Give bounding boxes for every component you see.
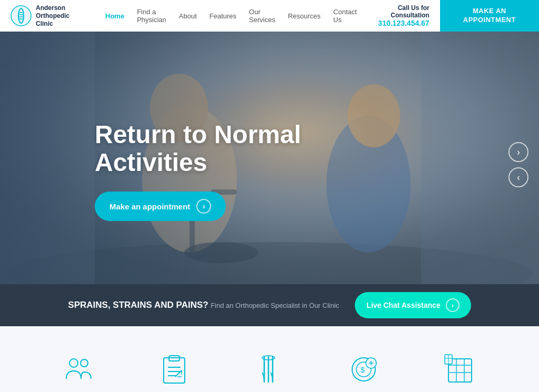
header-cta: Call Us for Consultation 310.123.454.67 … [357, 0, 539, 32]
banner-text-group: SPRAINS, STRAINS AND PAINS? Find an Orth… [68, 300, 339, 310]
nav-physician[interactable]: Find a Physician [137, 8, 166, 24]
banner-section: SPRAINS, STRAINS AND PAINS? Find an Orth… [0, 284, 539, 326]
nav-home[interactable]: Home [105, 12, 124, 20]
live-chat-label: Live Chat Assistance [366, 301, 440, 309]
main-nav: Home Find a Physician About Features Our… [95, 8, 357, 24]
hero-title: Return to Normal Activities [95, 121, 316, 177]
call-label: Call Us for Consultation [367, 4, 430, 19]
svg-point-18 [81, 359, 88, 367]
make-appointment-button[interactable]: MAKE AN APPOINTMENT [440, 0, 539, 32]
logo-icon [11, 5, 32, 26]
people-icon [62, 353, 96, 386]
call-number: 310.123.454.67 [367, 19, 430, 27]
svg-point-17 [69, 359, 78, 367]
header: Anderson Orthopedic Clinic Home Find a P… [0, 0, 539, 32]
hero-content: Return to Normal Activities Make an appo… [95, 121, 316, 221]
nav-resources[interactable]: Resources [288, 12, 321, 20]
hero-prev-button[interactable]: ‹ [508, 167, 528, 187]
banner-sub-text: Find an Orthopedic Specialist in Our Cli… [211, 301, 339, 309]
surgery-icon [253, 353, 286, 386]
hero-section: Return to Normal Activities Make an appo… [0, 32, 539, 284]
live-chat-button[interactable]: Live Chat Assistance › [355, 292, 471, 318]
banner-heading: SPRAINS, STRAINS AND PAINS? [68, 300, 211, 309]
live-chat-arrow-icon: › [446, 298, 460, 312]
clipboard-icon [157, 353, 191, 386]
logo-text: Anderson Orthopedic Clinic [36, 4, 83, 28]
service-find-physician: Find a physician › [32, 353, 127, 392]
hero-appointment-button[interactable]: Make an appointment › [95, 192, 226, 221]
payment-icon: $ [348, 353, 382, 386]
nav-features[interactable]: Features [209, 12, 236, 20]
hero-appt-label: Make an appointment [109, 202, 190, 211]
service-surgery: Prepare for surgery › [222, 353, 317, 392]
service-payment: $ Payment information › [317, 353, 412, 392]
services-section: Find a physician › Request an appointmen… [0, 326, 539, 392]
location-icon [443, 353, 477, 386]
nav-services[interactable]: Our Services [249, 8, 275, 24]
hero-appt-arrow-icon: › [196, 199, 211, 214]
service-request-appointment: Request an appointment › [127, 353, 222, 392]
nav-about[interactable]: About [179, 12, 197, 20]
service-locations: See our locations › [412, 353, 507, 392]
logo: Anderson Orthopedic Clinic [11, 4, 95, 28]
hero-next-button[interactable]: › [508, 142, 528, 162]
call-info: Call Us for Consultation 310.123.454.67 [357, 4, 440, 27]
nav-contact[interactable]: Contact Us [333, 8, 357, 24]
svg-text:$: $ [361, 366, 365, 374]
